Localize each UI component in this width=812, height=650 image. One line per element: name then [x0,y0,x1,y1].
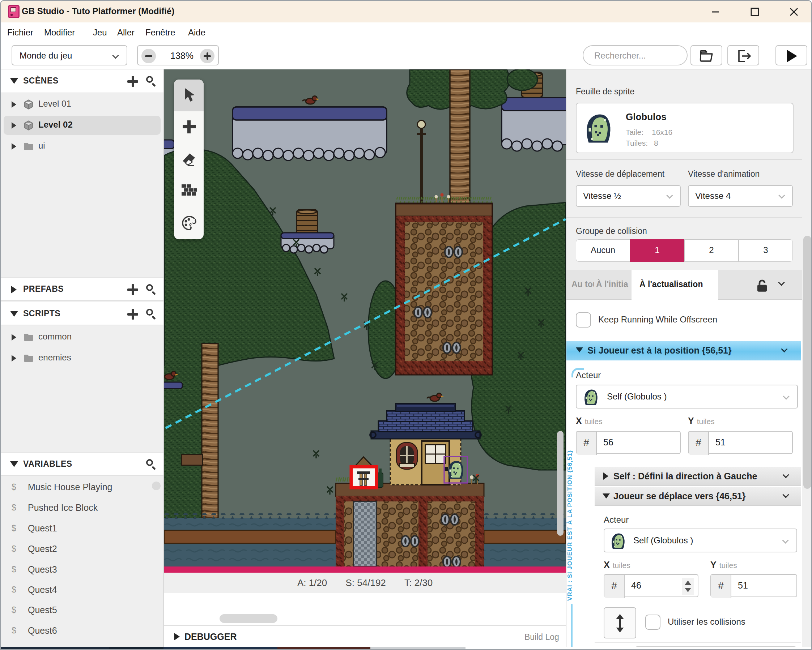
menu-jeu[interactable]: Jeu [93,27,107,38]
canvas-vertical-scrollbar[interactable] [557,431,563,536]
maximize-button[interactable] [749,6,760,17]
world-view-select[interactable]: Monde du jeu [12,45,127,65]
move-y-input[interactable]: # 51 [710,574,797,597]
search-input[interactable]: Rechercher... [583,45,688,65]
collision-1-button-selected[interactable]: 1 [630,239,684,262]
sprite-tiles-value: 8 [654,139,658,148]
run-game-button[interactable] [775,45,807,65]
folder-icon [23,353,34,363]
actor-label: Acteur [604,515,629,525]
menu-aide[interactable]: Aide [188,27,205,38]
debugger-bar[interactable]: DEBUGGER Build Log [164,625,566,647]
keep-running-label: Keep Running While Offscreen [598,315,717,325]
lock-icon[interactable] [756,279,768,292]
add-actor-tool-button[interactable] [174,111,204,143]
folder-icon [699,50,715,62]
x-position-input[interactable]: # 56 [576,431,681,454]
move-x-input[interactable]: # 46 [604,574,698,597]
open-project-folder-button[interactable] [690,45,722,65]
variable-row[interactable]: $Pushed Ice Block [1,498,163,518]
variable-row[interactable]: $Quest6 [1,621,163,641]
sidebar-item-level01[interactable]: Level 01 [1,94,163,114]
scene-editor: A: 1/20 S: 54/192 T: 2/30 DEBUGGER Build… [164,69,566,650]
keep-running-checkbox[interactable] [576,312,591,327]
scenes-section-header[interactable]: SCÈNES [1,69,163,93]
search-variables-button[interactable] [146,459,157,470]
variable-row[interactable]: $Quest4 [1,580,163,600]
export-build-button[interactable] [727,45,759,65]
select-tool-button[interactable] [174,79,204,111]
sprite-sheet-card[interactable]: Globulos Taile: 16x16 Tuiles: 8 [576,103,794,153]
hash-icon[interactable]: # [689,432,709,455]
tab-au-toucher[interactable]: Au tou [571,270,594,300]
chevron-down-icon [782,537,789,543]
menu-aller[interactable]: Aller [117,27,134,38]
variable-row[interactable]: $Quest2 [1,539,163,560]
sidebar-item-ui-folder[interactable]: ui [1,136,163,157]
collision-3-button[interactable]: 3 [739,239,793,262]
menu-modifier[interactable]: Modifier [44,27,75,38]
sidebar-item-common[interactable]: common [1,327,163,347]
colorize-tool-button[interactable] [174,207,204,239]
inspector-scrollbar-thumb[interactable] [803,236,811,489]
y-position-input[interactable]: # 51 [688,431,793,454]
world-view-value: Monde du jeu [20,50,72,61]
hash-icon[interactable]: # [577,432,597,455]
toolbar: Monde du jeu 138% Rechercher... [1,44,812,69]
zoom-in-button[interactable] [200,49,214,63]
anim-speed-select[interactable]: Vitesse 4 [688,185,793,207]
menu-fenetre[interactable]: Fenêtre [145,27,176,38]
event-set-direction[interactable]: Self : Défini la direction à Gauche [595,467,801,486]
sidebar-item-level02-selected[interactable]: Level 02 [1,115,163,135]
event-move-to[interactable]: Joueur se déplace vers {46,51} [595,487,801,506]
collapse-triangle-icon [10,461,18,467]
variable-icon: $ [12,544,16,554]
search-prefabs-button[interactable] [146,284,157,295]
add-script-button[interactable] [127,309,138,320]
use-collisions-checkbox[interactable] [645,615,661,630]
move-type-button[interactable] [604,607,636,638]
search-scenes-button[interactable] [146,76,157,87]
script-tab-bar: Au tou À l'initia À l'actualisation [566,270,812,300]
variables-section-header[interactable]: VARIABLES [1,452,163,476]
canvas-gutter [164,593,566,624]
scripts-title: SCRIPTS [23,309,60,318]
search-scripts-button[interactable] [146,309,157,320]
actor-select[interactable]: Self (Globulos ) [604,528,797,553]
zoom-out-button[interactable] [141,49,156,63]
event-if-player-at-position[interactable]: Si Joueur est à la position {56,51} [566,341,801,361]
prefabs-section-header[interactable]: PREFABS [1,277,163,301]
hash-icon[interactable]: # [604,575,625,598]
tab-a-linit[interactable]: À l'initia [596,270,631,300]
condition-rail-line [571,604,572,650]
chevron-down-icon[interactable] [778,279,785,286]
scripts-section-header[interactable]: SCRIPTS [1,301,163,325]
number-stepper[interactable] [682,578,694,595]
variable-row[interactable]: $Quest5 [1,600,163,621]
stat-triggers: T: 2/30 [404,577,433,588]
collisions-tool-button[interactable] [174,175,204,207]
variable-row[interactable]: $Quest1 [1,518,163,539]
add-prefab-button[interactable] [127,284,138,295]
folder-icon [23,333,34,342]
scene-canvas[interactable] [164,69,566,566]
actor-select[interactable]: Self (Globulos ) [576,385,798,408]
hash-icon[interactable]: # [711,575,731,598]
canvas-horizontal-scrollbar[interactable] [220,614,278,623]
menu-fichier[interactable]: Fichier [7,27,33,38]
collision-none-button[interactable]: Aucun [576,239,630,262]
variable-row[interactable]: $ Music House Playing [1,477,163,498]
collision-2-button[interactable]: 2 [684,239,739,262]
variable-row[interactable]: $Quest3 [1,560,163,580]
minimize-button[interactable] [710,6,721,17]
sidebar-item-enemies[interactable]: enemies [1,348,163,368]
export-icon [737,49,752,63]
collision-group-label: Groupe de collision [576,226,647,236]
close-button[interactable] [789,6,799,17]
stat-actors: A: 1/20 [297,577,327,588]
tab-a-lactualisation[interactable]: À l'actualisation [632,270,718,300]
eraser-tool-button[interactable] [174,143,204,175]
add-scene-button[interactable] [127,76,138,87]
build-log-link[interactable]: Build Log [525,632,559,642]
move-speed-select[interactable]: Vitesse ½ [576,185,681,207]
